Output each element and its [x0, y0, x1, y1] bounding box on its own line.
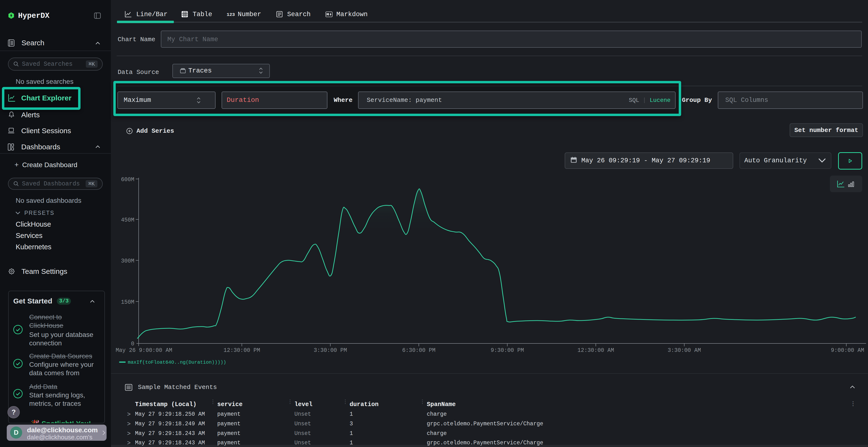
svg-text:9:30:00 PM: 9:30:00 PM [491, 347, 524, 353]
svg-text:May 26 9:00:00 AM: May 26 9:00:00 AM [116, 347, 173, 353]
svg-text:9:00:00 AM: 9:00:00 AM [831, 347, 864, 353]
svg-text:450M: 450M [121, 217, 134, 223]
svg-text:3:30:00 PM: 3:30:00 PM [314, 347, 347, 353]
svg-text:600M: 600M [121, 176, 134, 183]
svg-text:12:30:00 PM: 12:30:00 PM [223, 347, 260, 353]
svg-text:150M: 150M [121, 299, 134, 305]
svg-text:3:30:00 AM: 3:30:00 AM [668, 347, 701, 353]
svg-text:6:30:00 PM: 6:30:00 PM [402, 347, 435, 353]
svg-text:0: 0 [131, 341, 134, 347]
svg-text:12:30:00 AM: 12:30:00 AM [578, 347, 614, 353]
svg-text:300M: 300M [121, 258, 134, 264]
